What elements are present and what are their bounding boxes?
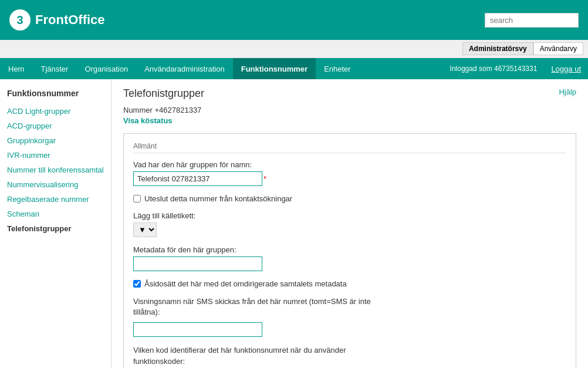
view-toggle-bar: Administratörsvy Användarvy <box>0 40 588 58</box>
sidebar-item-telefonist[interactable]: Telefonistgrupper <box>0 221 111 236</box>
visningsnamn-label: Visningsnamn när SMS skickas från det hä… <box>133 296 380 318</box>
uteslut-label: Uteslut detta nummer från kontaktsökning… <box>144 194 292 203</box>
visningsnamn-input[interactable] <box>133 322 262 337</box>
metadata-input[interactable] <box>133 256 262 271</box>
sidebar-item-gruppinkorgar[interactable]: Gruppinkorgar <box>0 133 111 148</box>
namn-label: Vad har den här gruppen för namn: <box>133 160 566 169</box>
visningsnamn-row: Visningsnamn när SMS skickas från det hä… <box>133 296 566 337</box>
content-header: Telefonistgrupper Hjälp <box>123 87 576 100</box>
nav-item-funktionsnummer[interactable]: Funktionsnummer <box>233 58 316 79</box>
kalletikett-select[interactable]: ▼ <box>133 222 157 237</box>
help-link[interactable]: Hjälp <box>559 87 576 96</box>
page-title: Telefonistgrupper <box>123 87 204 100</box>
app-header: 3 FrontOffice <box>0 0 588 40</box>
kalletikett-row: Lägg till källetikett: ▼ <box>133 211 566 237</box>
nav-item-anvandaradministration[interactable]: Användaradministration <box>136 58 233 79</box>
content-area: Telefonistgrupper Hjälp Nummer +46278213… <box>111 79 588 368</box>
logo-number: 3 <box>16 13 23 27</box>
logo-icon: 3 <box>9 9 31 31</box>
visa-kostatus-link[interactable]: Visa köstatus <box>123 116 576 125</box>
nav-item-tjanster[interactable]: Tjänster <box>32 58 76 79</box>
sidebar-item-acd-light[interactable]: ACD Light-grupper <box>0 104 111 119</box>
logo-area: 3 FrontOffice <box>9 9 105 31</box>
logout-link[interactable]: Logga ut <box>544 58 588 79</box>
allmant-section: Allmänt Vad har den här gruppen för namn… <box>123 133 576 368</box>
navbar: Hem Tjänster Organisation Användaradmini… <box>0 58 588 79</box>
number-display: Nummer +4627821337 <box>123 106 576 114</box>
uteslut-checkbox[interactable] <box>133 195 141 202</box>
nav-item-hem[interactable]: Hem <box>0 58 32 79</box>
login-info: Inloggad som 46735143331 <box>443 58 545 79</box>
vilkenkod-label: Vilken kod identifierar det här funktion… <box>133 345 380 366</box>
admin-view-button[interactable]: Administratörsvy <box>462 42 533 55</box>
section-legend: Allmänt <box>133 142 566 153</box>
nav-item-organisation[interactable]: Organisation <box>76 58 136 79</box>
sidebar-item-scheman[interactable]: Scheman <box>0 207 111 221</box>
asidosatt-label: Åsidosätt det här med det omdirigerade s… <box>144 279 347 288</box>
logo-text: FrontOffice <box>35 12 105 28</box>
nav-item-enheter[interactable]: Enheter <box>316 58 359 79</box>
user-view-button[interactable]: Användarvy <box>533 42 583 55</box>
kalletikett-label: Lägg till källetikett: <box>133 211 566 220</box>
asidosatt-row: Åsidosätt det här med det omdirigerade s… <box>133 279 566 288</box>
sidebar-item-nummervis[interactable]: Nummervisualisering <box>0 177 111 192</box>
sidebar: Funktionsnummer ACD Light-grupper ACD-gr… <box>0 79 111 368</box>
sidebar-item-konferens[interactable]: Nummer till konferenssamtal <box>0 163 111 177</box>
metadata-label: Metadata för den här gruppen: <box>133 245 566 254</box>
search-input[interactable] <box>485 13 579 28</box>
sidebar-item-regelbaserade[interactable]: Regelbaserade nummer <box>0 192 111 207</box>
sidebar-item-acd[interactable]: ACD-grupper <box>0 119 111 133</box>
sidebar-item-ivr[interactable]: IVR-nummer <box>0 148 111 163</box>
vilkenkod-row: Vilken kod identifierar det här funktion… <box>133 345 566 368</box>
namn-input[interactable] <box>133 171 262 186</box>
namn-field-row: Vad har den här gruppen för namn: * <box>133 160 566 186</box>
uteslut-row: Uteslut detta nummer från kontaktsökning… <box>133 194 566 203</box>
sidebar-title: Funktionsnummer <box>0 86 111 104</box>
required-star: * <box>263 174 266 183</box>
main-layout: Funktionsnummer ACD Light-grupper ACD-gr… <box>0 79 588 368</box>
metadata-row: Metadata för den här gruppen: <box>133 245 566 271</box>
asidosatt-checkbox[interactable] <box>133 280 141 288</box>
